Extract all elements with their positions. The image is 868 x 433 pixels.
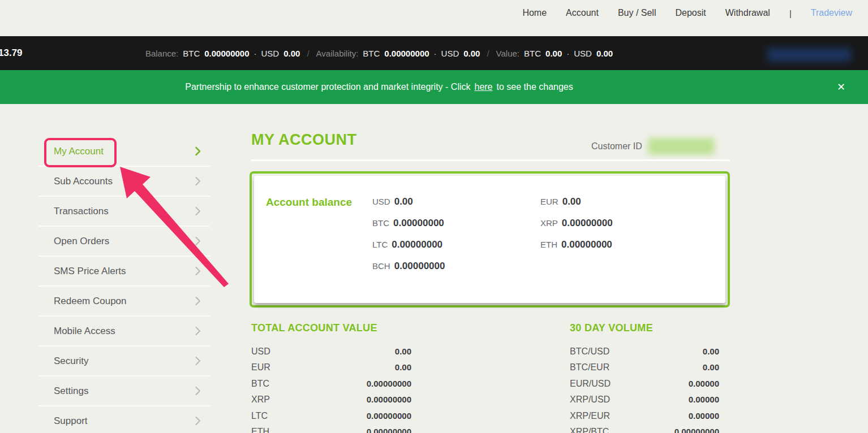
nav-home[interactable]: Home bbox=[522, 8, 547, 18]
stat-label: EUR/USD bbox=[570, 379, 611, 389]
availability-usd-currency: USD bbox=[441, 49, 459, 58]
separator-dot: · bbox=[254, 49, 257, 58]
ticker-price-fragment: 13.79 bbox=[0, 36, 23, 70]
stat-row: XRP/USD 0.00000 bbox=[570, 395, 719, 410]
customer-id-value-blurred bbox=[648, 138, 715, 155]
stat-row: EUR/USD 0.00000 bbox=[570, 379, 719, 395]
sidebar-item-security[interactable]: Security bbox=[38, 347, 210, 376]
account-balance-card: Account balance USD 0.00 BTC 0.00000000 … bbox=[254, 176, 725, 303]
currency-code: ETH bbox=[540, 240, 557, 249]
chevron-right-icon bbox=[195, 266, 201, 276]
stat-label: USD bbox=[251, 347, 270, 357]
chevron-right-icon bbox=[195, 206, 201, 216]
balance-btc-currency: BTC bbox=[183, 49, 200, 58]
balance-entry: BTC 0.00000000 bbox=[372, 218, 540, 229]
balance-entry: EUR 0.00 bbox=[540, 196, 613, 207]
thirty-day-volume-title: 30 DAY VOLUME bbox=[570, 322, 719, 334]
chevron-right-icon bbox=[195, 296, 201, 306]
balance-entry: LTC 0.00000000 bbox=[372, 239, 540, 250]
stat-row: USD 0.00 bbox=[251, 347, 411, 362]
nav-tradeview[interactable]: Tradeview bbox=[811, 8, 852, 18]
separator-dot: · bbox=[434, 49, 437, 58]
stat-row: BTC 0.00000000 bbox=[251, 379, 411, 395]
total-account-value-section: TOTAL ACCOUNT VALUE USD 0.00 EUR 0.00 BT… bbox=[251, 322, 411, 433]
sidebar-item-label: Redeem Coupon bbox=[54, 296, 127, 307]
stat-label: LTC bbox=[251, 411, 268, 421]
nav-buy-sell[interactable]: Buy / Sell bbox=[618, 8, 656, 18]
stat-label: XRP/BTC bbox=[570, 427, 609, 433]
sidebar-item-label: My Account bbox=[54, 146, 104, 157]
sidebar-item-label: Transactions bbox=[54, 206, 109, 217]
sidebar-item-label: Mobile Access bbox=[54, 326, 115, 337]
nav-withdrawal[interactable]: Withdrawal bbox=[725, 8, 770, 18]
header-divider bbox=[251, 159, 730, 161]
separator-dot: · bbox=[566, 49, 569, 58]
account-balance-title: Account balance bbox=[266, 196, 372, 303]
stat-value: 0.00000 bbox=[689, 411, 719, 421]
close-icon[interactable]: ✕ bbox=[837, 80, 845, 94]
account-sidebar: My Account Sub Accounts Transactions Ope… bbox=[38, 137, 210, 433]
availability-btc-value: 0.00000000 bbox=[384, 49, 429, 58]
thirty-day-volume-section: 30 DAY VOLUME BTC/USD 0.00 BTC/EUR 0.00 … bbox=[570, 322, 719, 433]
value-usd-currency: USD bbox=[574, 49, 592, 58]
top-navigation: Home Account Buy / Sell Deposit Withdraw… bbox=[0, 0, 868, 36]
availability-btc-currency: BTC bbox=[363, 49, 380, 58]
stat-label: XRP/EUR bbox=[570, 411, 610, 421]
chevron-right-icon bbox=[195, 176, 201, 186]
stat-value: 0.00000000 bbox=[367, 379, 411, 388]
stat-label: BTC/USD bbox=[570, 347, 609, 357]
currency-amount: 0.00 bbox=[562, 196, 581, 207]
sidebar-item-sub-accounts[interactable]: Sub Accounts bbox=[38, 167, 210, 197]
customer-id-row: Customer ID bbox=[591, 138, 715, 155]
availability-label: Availability: bbox=[316, 49, 359, 58]
stat-label: BTC bbox=[251, 379, 269, 389]
currency-amount: 0.00 bbox=[394, 196, 413, 207]
chevron-right-icon bbox=[195, 356, 201, 366]
banner-text-before: Partnership to enhance customer protecti… bbox=[185, 82, 470, 92]
nav-account[interactable]: Account bbox=[566, 8, 599, 18]
currency-amount: 0.00000000 bbox=[393, 218, 444, 229]
chevron-right-icon bbox=[195, 326, 201, 336]
value-btc-value: 0.00 bbox=[545, 49, 562, 58]
top-nav-links: Home Account Buy / Sell Deposit Withdraw… bbox=[522, 0, 852, 26]
separator-slash: / bbox=[487, 49, 489, 58]
sidebar-item-my-account[interactable]: My Account bbox=[38, 137, 210, 167]
notification-banner: Partnership to enhance customer protecti… bbox=[0, 70, 868, 104]
sidebar-item-transactions[interactable]: Transactions bbox=[38, 197, 210, 227]
nav-deposit[interactable]: Deposit bbox=[675, 8, 706, 18]
stat-value: 0.00 bbox=[395, 347, 411, 356]
sidebar-item-label: Support bbox=[54, 415, 88, 427]
sidebar-item-settings[interactable]: Settings bbox=[38, 376, 210, 406]
banner-here-link[interactable]: here bbox=[474, 82, 492, 92]
balance-entry: USD 0.00 bbox=[372, 196, 540, 207]
balance-entry: XRP 0.00000000 bbox=[540, 218, 613, 229]
ticker-balances: Balance: BTC 0.00000000 · USD 0.00 / Ava… bbox=[143, 36, 615, 70]
account-page: Home Account Buy / Sell Deposit Withdraw… bbox=[0, 0, 868, 433]
balance-btc-value: 0.00000000 bbox=[204, 49, 249, 58]
stat-label: EUR bbox=[251, 362, 270, 373]
customer-id-label: Customer ID bbox=[591, 141, 642, 151]
sidebar-item-label: Security bbox=[54, 356, 88, 367]
stat-row: EUR 0.00 bbox=[251, 362, 411, 378]
stat-value: 0.00000 bbox=[689, 395, 719, 404]
availability-usd-value: 0.00 bbox=[463, 49, 480, 58]
stat-label: ETH bbox=[251, 427, 269, 433]
banner-text-after: to see the changes bbox=[497, 82, 573, 92]
sidebar-item-open-orders[interactable]: Open Orders bbox=[38, 227, 210, 257]
stat-row: LTC 0.00000000 bbox=[251, 411, 411, 427]
username-blurred[interactable] bbox=[767, 48, 851, 62]
sidebar-item-label: Settings bbox=[54, 386, 88, 397]
currency-amount: 0.00000000 bbox=[392, 239, 442, 250]
value-btc-currency: BTC bbox=[524, 49, 541, 58]
sidebar-item-support[interactable]: Support bbox=[38, 406, 210, 433]
sidebar-item-sms-price-alerts[interactable]: SMS Price Alerts bbox=[38, 257, 210, 287]
balance-column-1: USD 0.00 BTC 0.00000000 LTC 0.00000000 B… bbox=[372, 196, 540, 303]
currency-code: BTC bbox=[372, 218, 389, 228]
sidebar-item-mobile-access[interactable]: Mobile Access bbox=[38, 317, 210, 347]
currency-code: XRP bbox=[540, 218, 558, 228]
balance-usd-value: 0.00 bbox=[283, 49, 300, 58]
stat-row: XRP/EUR 0.00000 bbox=[570, 411, 719, 427]
stat-row: XRP/BTC 0.00000000 bbox=[570, 427, 719, 433]
sidebar-item-redeem-coupon[interactable]: Redeem Coupon bbox=[38, 287, 210, 317]
balance-label: Balance: bbox=[145, 49, 178, 58]
